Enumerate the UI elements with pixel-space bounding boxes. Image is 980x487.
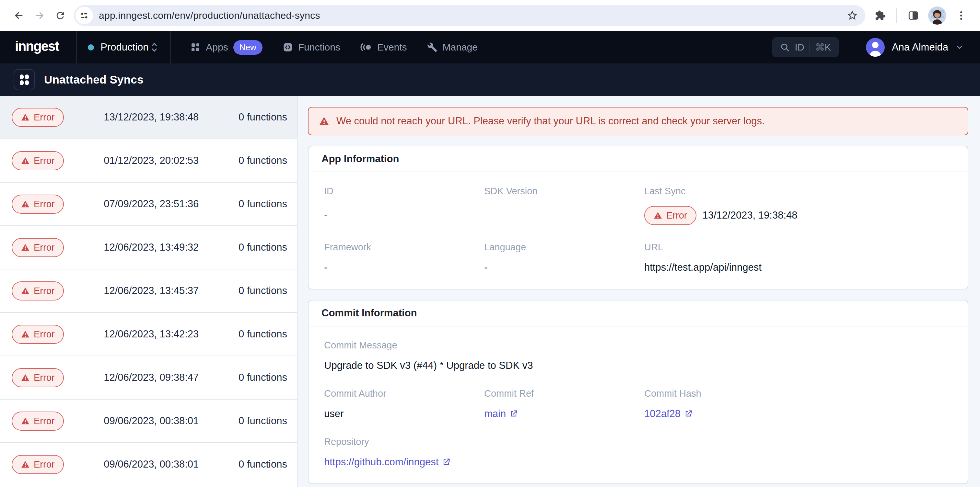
search-label: ID bbox=[795, 42, 804, 53]
repository-link[interactable]: https://github.com/inngest bbox=[324, 456, 451, 468]
field-last-sync: Last Sync Error 13/12/2023, 19:38:48 bbox=[644, 186, 952, 226]
page-header: Unattached Syncs bbox=[0, 63, 980, 96]
user-menu[interactable]: Ana Almeida bbox=[866, 38, 964, 57]
nav-item-functions[interactable]: Functions bbox=[283, 42, 340, 53]
sync-timestamp: 01/12/2023, 20:02:53 bbox=[64, 155, 239, 167]
warning-triangle-icon bbox=[21, 113, 30, 121]
reload-icon[interactable] bbox=[50, 5, 71, 26]
external-link-icon bbox=[442, 457, 451, 466]
sync-function-count: 0 functions bbox=[239, 241, 287, 253]
sync-list-item[interactable]: Error 12/06/2023, 13:49:32 0 functions bbox=[0, 226, 297, 270]
status-badge: Error bbox=[12, 325, 64, 344]
error-banner-text: We could not reach your URL. Please veri… bbox=[336, 115, 765, 127]
sync-function-count: 0 functions bbox=[239, 415, 287, 427]
page-title: Unattached Syncs bbox=[44, 73, 143, 86]
events-waves-icon bbox=[360, 42, 372, 52]
browser-chrome: app.inngest.com/env/production/unattache… bbox=[0, 0, 980, 31]
card-title: App Information bbox=[309, 146, 968, 172]
external-link-icon bbox=[509, 409, 518, 418]
warning-triangle-icon bbox=[21, 330, 30, 338]
search-divider bbox=[810, 41, 810, 53]
site-settings-icon[interactable] bbox=[75, 7, 93, 24]
warning-triangle-icon bbox=[319, 116, 329, 126]
status-badge: Error bbox=[12, 195, 64, 214]
sync-timestamp: 13/12/2023, 19:38:48 bbox=[64, 111, 239, 123]
sync-timestamp: 09/06/2023, 00:38:01 bbox=[64, 458, 239, 470]
url-bar[interactable]: app.inngest.com/env/production/unattache… bbox=[74, 5, 865, 26]
commit-hash-link[interactable]: 102af28 bbox=[644, 408, 693, 420]
search-shortcut: ⌘K bbox=[815, 42, 831, 53]
sync-function-count: 0 functions bbox=[239, 372, 287, 383]
field-framework: Framework - bbox=[324, 242, 484, 274]
sync-timestamp: 12/06/2023, 09:38:47 bbox=[64, 372, 239, 383]
sync-list-item[interactable]: Error 13/12/2023, 19:38:48 0 functions bbox=[0, 96, 297, 139]
warning-triangle-icon bbox=[21, 156, 30, 165]
environment-status-dot bbox=[88, 44, 94, 51]
nav-item-label: Events bbox=[377, 42, 407, 53]
status-badge: Error bbox=[12, 368, 64, 387]
field-url: URL https://test.app/api/inngest bbox=[644, 242, 952, 274]
sync-timestamp: 09/06/2023, 00:38:01 bbox=[64, 415, 239, 427]
warning-triangle-icon bbox=[21, 417, 30, 425]
warning-triangle-icon bbox=[21, 373, 30, 382]
environment-selector[interactable]: Production bbox=[77, 31, 170, 63]
search-icon bbox=[780, 43, 790, 52]
warning-triangle-icon bbox=[21, 243, 30, 252]
nav-item-label: Manage bbox=[443, 42, 478, 53]
nav-item-apps[interactable]: Apps New bbox=[190, 40, 262, 55]
field-commit-message: Commit Message Upgrade to SDK v3 (#44) *… bbox=[324, 340, 952, 372]
search-box[interactable]: ID ⌘K bbox=[772, 37, 839, 57]
browser-profile-avatar[interactable] bbox=[927, 5, 948, 26]
sync-list-item[interactable]: Error 12/06/2023, 13:45:37 0 functions bbox=[0, 270, 297, 313]
url-text[interactable]: app.inngest.com/env/production/unattache… bbox=[99, 10, 846, 21]
error-banner: We could not reach your URL. Please veri… bbox=[308, 107, 968, 135]
sync-list-item[interactable]: Error 09/06/2023, 00:38:01 0 functions bbox=[0, 443, 297, 486]
sync-list-item[interactable]: Error 01/12/2023, 20:02:53 0 functions bbox=[0, 139, 297, 182]
sync-list-item[interactable]: Error 09/06/2023, 00:38:01 0 functions bbox=[0, 400, 297, 443]
card-title: Commit Information bbox=[309, 300, 968, 327]
sync-timestamp: 12/06/2023, 13:49:32 bbox=[64, 241, 239, 253]
sync-list: Error 13/12/2023, 19:38:48 0 functions E… bbox=[0, 96, 298, 487]
nav-item-manage[interactable]: Manage bbox=[427, 42, 478, 53]
nav-divider bbox=[852, 37, 852, 57]
warning-triangle-icon bbox=[21, 460, 30, 468]
field-repository: Repository https://github.com/inngest bbox=[324, 436, 952, 468]
status-badge: Error bbox=[12, 151, 64, 170]
nav-items: Apps New Functions Events Manage bbox=[190, 40, 478, 55]
sync-list-item[interactable]: Error 07/09/2023, 23:51:36 0 functions bbox=[0, 182, 297, 226]
commit-ref-link[interactable]: main bbox=[484, 408, 518, 420]
field-sdk-version: SDK Version bbox=[484, 186, 644, 226]
sync-timestamp: 12/06/2023, 13:42:23 bbox=[64, 328, 239, 340]
environment-name: Production bbox=[100, 41, 150, 53]
nav-item-events[interactable]: Events bbox=[360, 42, 407, 53]
field-commit-ref: Commit Ref main bbox=[484, 388, 644, 420]
side-panel-icon[interactable] bbox=[903, 5, 924, 26]
sync-list-item[interactable]: Error 12/06/2023, 13:42:23 0 functions bbox=[0, 313, 297, 356]
status-badge: Error bbox=[12, 108, 64, 127]
manage-wrench-icon bbox=[427, 42, 438, 52]
warning-triangle-icon bbox=[654, 211, 662, 219]
sync-function-count: 0 functions bbox=[239, 458, 287, 470]
extensions-icon[interactable] bbox=[870, 5, 891, 26]
user-avatar bbox=[866, 38, 885, 57]
bookmark-star-icon[interactable] bbox=[846, 10, 858, 21]
unattached-syncs-icon bbox=[14, 69, 35, 90]
sync-list-item[interactable]: Error 12/06/2023, 09:38:47 0 functions bbox=[0, 356, 297, 400]
status-badge: Error bbox=[644, 206, 697, 225]
forward-icon[interactable] bbox=[29, 5, 50, 26]
browser-menu-icon[interactable] bbox=[951, 5, 972, 26]
sync-function-count: 0 functions bbox=[239, 198, 287, 210]
browser-toolbar-right bbox=[870, 5, 972, 26]
content: Error 13/12/2023, 19:38:48 0 functions E… bbox=[0, 96, 980, 487]
field-commit-hash: Commit Hash 102af28 bbox=[644, 388, 952, 420]
nav-divider bbox=[170, 31, 171, 63]
back-icon[interactable] bbox=[8, 5, 29, 26]
status-badge: Error bbox=[12, 238, 64, 257]
sync-timestamp: 12/06/2023, 13:45:37 bbox=[64, 285, 239, 297]
warning-triangle-icon bbox=[21, 287, 30, 295]
inngest-logo[interactable]: inngest bbox=[0, 38, 76, 56]
commit-information-card: Commit Information Commit Message Upgrad… bbox=[308, 300, 968, 484]
field-id: ID - bbox=[324, 186, 484, 226]
sync-function-count: 0 functions bbox=[239, 285, 287, 297]
chevron-down-icon bbox=[955, 43, 964, 51]
